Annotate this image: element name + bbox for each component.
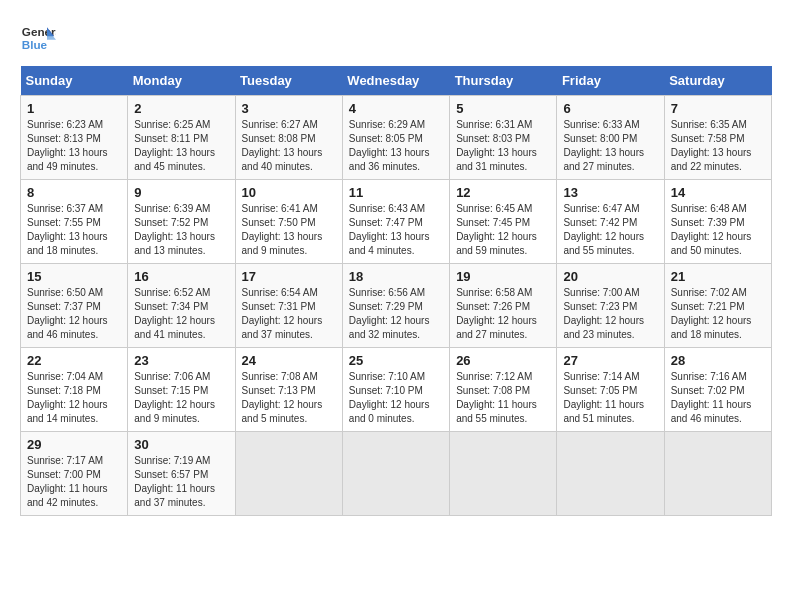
day-number: 23	[134, 353, 228, 368]
day-info: Sunrise: 7:16 AM Sunset: 7:02 PM Dayligh…	[671, 370, 765, 426]
day-number: 22	[27, 353, 121, 368]
calendar-cell: 25Sunrise: 7:10 AM Sunset: 7:10 PM Dayli…	[342, 348, 449, 432]
calendar-cell	[235, 432, 342, 516]
week-row-3: 15Sunrise: 6:50 AM Sunset: 7:37 PM Dayli…	[21, 264, 772, 348]
day-info: Sunrise: 6:31 AM Sunset: 8:03 PM Dayligh…	[456, 118, 550, 174]
day-header-friday: Friday	[557, 66, 664, 96]
day-number: 9	[134, 185, 228, 200]
calendar-cell: 16Sunrise: 6:52 AM Sunset: 7:34 PM Dayli…	[128, 264, 235, 348]
day-info: Sunrise: 7:00 AM Sunset: 7:23 PM Dayligh…	[563, 286, 657, 342]
day-number: 3	[242, 101, 336, 116]
calendar-cell: 18Sunrise: 6:56 AM Sunset: 7:29 PM Dayli…	[342, 264, 449, 348]
logo: General Blue	[20, 20, 56, 56]
day-info: Sunrise: 7:14 AM Sunset: 7:05 PM Dayligh…	[563, 370, 657, 426]
day-info: Sunrise: 6:54 AM Sunset: 7:31 PM Dayligh…	[242, 286, 336, 342]
day-header-wednesday: Wednesday	[342, 66, 449, 96]
calendar-cell: 28Sunrise: 7:16 AM Sunset: 7:02 PM Dayli…	[664, 348, 771, 432]
day-info: Sunrise: 7:17 AM Sunset: 7:00 PM Dayligh…	[27, 454, 121, 510]
day-number: 7	[671, 101, 765, 116]
day-number: 8	[27, 185, 121, 200]
calendar-cell: 24Sunrise: 7:08 AM Sunset: 7:13 PM Dayli…	[235, 348, 342, 432]
day-info: Sunrise: 6:33 AM Sunset: 8:00 PM Dayligh…	[563, 118, 657, 174]
day-number: 12	[456, 185, 550, 200]
calendar-cell: 15Sunrise: 6:50 AM Sunset: 7:37 PM Dayli…	[21, 264, 128, 348]
day-header-tuesday: Tuesday	[235, 66, 342, 96]
day-info: Sunrise: 7:04 AM Sunset: 7:18 PM Dayligh…	[27, 370, 121, 426]
calendar-cell: 5Sunrise: 6:31 AM Sunset: 8:03 PM Daylig…	[450, 96, 557, 180]
day-number: 17	[242, 269, 336, 284]
calendar-cell: 9Sunrise: 6:39 AM Sunset: 7:52 PM Daylig…	[128, 180, 235, 264]
day-number: 2	[134, 101, 228, 116]
calendar-cell: 29Sunrise: 7:17 AM Sunset: 7:00 PM Dayli…	[21, 432, 128, 516]
day-number: 28	[671, 353, 765, 368]
calendar-cell: 11Sunrise: 6:43 AM Sunset: 7:47 PM Dayli…	[342, 180, 449, 264]
day-info: Sunrise: 7:08 AM Sunset: 7:13 PM Dayligh…	[242, 370, 336, 426]
day-number: 11	[349, 185, 443, 200]
day-info: Sunrise: 7:06 AM Sunset: 7:15 PM Dayligh…	[134, 370, 228, 426]
calendar-cell: 13Sunrise: 6:47 AM Sunset: 7:42 PM Dayli…	[557, 180, 664, 264]
calendar-cell: 27Sunrise: 7:14 AM Sunset: 7:05 PM Dayli…	[557, 348, 664, 432]
calendar-cell	[342, 432, 449, 516]
day-number: 1	[27, 101, 121, 116]
day-info: Sunrise: 7:02 AM Sunset: 7:21 PM Dayligh…	[671, 286, 765, 342]
day-number: 5	[456, 101, 550, 116]
calendar-cell: 23Sunrise: 7:06 AM Sunset: 7:15 PM Dayli…	[128, 348, 235, 432]
day-number: 27	[563, 353, 657, 368]
week-row-5: 29Sunrise: 7:17 AM Sunset: 7:00 PM Dayli…	[21, 432, 772, 516]
day-info: Sunrise: 6:41 AM Sunset: 7:50 PM Dayligh…	[242, 202, 336, 258]
calendar-cell: 19Sunrise: 6:58 AM Sunset: 7:26 PM Dayli…	[450, 264, 557, 348]
day-info: Sunrise: 6:48 AM Sunset: 7:39 PM Dayligh…	[671, 202, 765, 258]
day-info: Sunrise: 6:50 AM Sunset: 7:37 PM Dayligh…	[27, 286, 121, 342]
day-info: Sunrise: 6:43 AM Sunset: 7:47 PM Dayligh…	[349, 202, 443, 258]
day-number: 15	[27, 269, 121, 284]
calendar-cell: 26Sunrise: 7:12 AM Sunset: 7:08 PM Dayli…	[450, 348, 557, 432]
day-info: Sunrise: 7:12 AM Sunset: 7:08 PM Dayligh…	[456, 370, 550, 426]
calendar-cell	[664, 432, 771, 516]
day-number: 29	[27, 437, 121, 452]
day-number: 26	[456, 353, 550, 368]
calendar-cell: 14Sunrise: 6:48 AM Sunset: 7:39 PM Dayli…	[664, 180, 771, 264]
day-number: 24	[242, 353, 336, 368]
calendar-cell: 7Sunrise: 6:35 AM Sunset: 7:58 PM Daylig…	[664, 96, 771, 180]
day-number: 20	[563, 269, 657, 284]
day-header-sunday: Sunday	[21, 66, 128, 96]
page-header: General Blue	[20, 20, 772, 56]
day-header-thursday: Thursday	[450, 66, 557, 96]
day-number: 19	[456, 269, 550, 284]
week-row-2: 8Sunrise: 6:37 AM Sunset: 7:55 PM Daylig…	[21, 180, 772, 264]
day-number: 25	[349, 353, 443, 368]
day-info: Sunrise: 6:47 AM Sunset: 7:42 PM Dayligh…	[563, 202, 657, 258]
day-header-monday: Monday	[128, 66, 235, 96]
calendar-cell	[557, 432, 664, 516]
calendar-cell: 2Sunrise: 6:25 AM Sunset: 8:11 PM Daylig…	[128, 96, 235, 180]
calendar-cell: 10Sunrise: 6:41 AM Sunset: 7:50 PM Dayli…	[235, 180, 342, 264]
day-info: Sunrise: 6:37 AM Sunset: 7:55 PM Dayligh…	[27, 202, 121, 258]
calendar-cell	[450, 432, 557, 516]
day-info: Sunrise: 6:35 AM Sunset: 7:58 PM Dayligh…	[671, 118, 765, 174]
day-number: 10	[242, 185, 336, 200]
day-header-saturday: Saturday	[664, 66, 771, 96]
day-number: 13	[563, 185, 657, 200]
calendar-cell: 4Sunrise: 6:29 AM Sunset: 8:05 PM Daylig…	[342, 96, 449, 180]
calendar-table: SundayMondayTuesdayWednesdayThursdayFrid…	[20, 66, 772, 516]
calendar-cell: 17Sunrise: 6:54 AM Sunset: 7:31 PM Dayli…	[235, 264, 342, 348]
day-info: Sunrise: 6:27 AM Sunset: 8:08 PM Dayligh…	[242, 118, 336, 174]
day-info: Sunrise: 6:56 AM Sunset: 7:29 PM Dayligh…	[349, 286, 443, 342]
day-number: 14	[671, 185, 765, 200]
day-info: Sunrise: 6:29 AM Sunset: 8:05 PM Dayligh…	[349, 118, 443, 174]
day-info: Sunrise: 6:58 AM Sunset: 7:26 PM Dayligh…	[456, 286, 550, 342]
day-info: Sunrise: 6:52 AM Sunset: 7:34 PM Dayligh…	[134, 286, 228, 342]
calendar-cell: 30Sunrise: 7:19 AM Sunset: 6:57 PM Dayli…	[128, 432, 235, 516]
calendar-cell: 6Sunrise: 6:33 AM Sunset: 8:00 PM Daylig…	[557, 96, 664, 180]
calendar-cell: 1Sunrise: 6:23 AM Sunset: 8:13 PM Daylig…	[21, 96, 128, 180]
calendar-cell: 20Sunrise: 7:00 AM Sunset: 7:23 PM Dayli…	[557, 264, 664, 348]
calendar-cell: 8Sunrise: 6:37 AM Sunset: 7:55 PM Daylig…	[21, 180, 128, 264]
day-info: Sunrise: 7:19 AM Sunset: 6:57 PM Dayligh…	[134, 454, 228, 510]
day-number: 18	[349, 269, 443, 284]
day-number: 16	[134, 269, 228, 284]
day-info: Sunrise: 6:39 AM Sunset: 7:52 PM Dayligh…	[134, 202, 228, 258]
day-number: 30	[134, 437, 228, 452]
day-number: 21	[671, 269, 765, 284]
day-info: Sunrise: 6:25 AM Sunset: 8:11 PM Dayligh…	[134, 118, 228, 174]
week-row-4: 22Sunrise: 7:04 AM Sunset: 7:18 PM Dayli…	[21, 348, 772, 432]
